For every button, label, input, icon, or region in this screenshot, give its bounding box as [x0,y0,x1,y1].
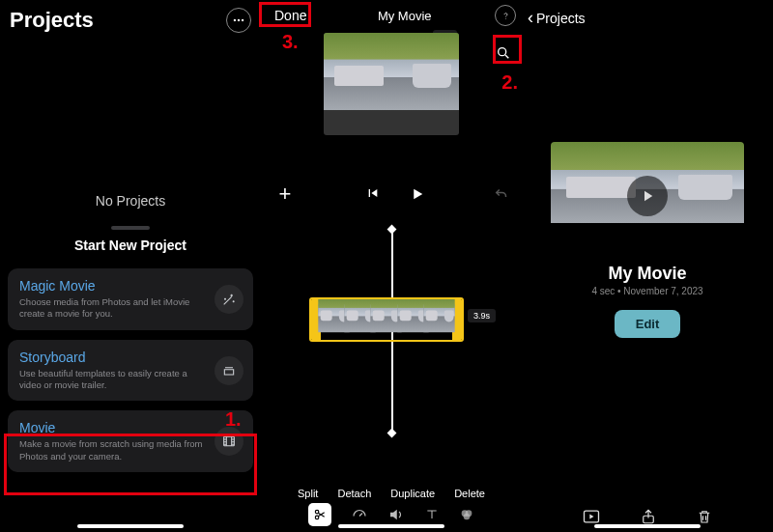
play-icon[interactable] [409,185,426,203]
card-desc: Choose media from Photos and let iMovie … [19,296,207,321]
svg-point-0 [234,19,236,21]
project-option-movie[interactable]: Movie Make a movie from scratch using me… [8,410,253,472]
svg-point-5 [499,48,506,56]
toolbar [261,503,522,526]
back-to-projects[interactable]: ‹ Projects [522,0,773,36]
zoom-icon[interactable] [491,41,516,66]
undo-icon[interactable] [493,185,510,203]
project-detail-screen: ‹ Projects My Movie 4 sec • November 7, … [522,0,773,532]
magic-wand-icon [215,285,243,314]
annotation-number-2: 2. [501,71,518,94]
chevron-left-icon: ‹ [528,8,533,28]
bottom-actions [522,507,773,526]
edit-button[interactable]: Edit [615,310,681,338]
speed-icon[interactable] [351,506,368,523]
sheet-title: Start New Project [0,238,261,253]
projects-list-screen: Projects No Projects Start New Project M… [0,0,261,532]
card-desc: Make a movie from scratch using media fr… [19,438,207,462]
card-title: Movie [19,420,207,435]
svg-point-10 [464,514,471,520]
project-option-magic-movie[interactable]: Magic Movie Choose media from Photos and… [8,268,253,330]
page-title: Projects [10,8,94,33]
play-icon [627,176,668,216]
play-overlay[interactable] [551,142,744,250]
volume-icon[interactable] [387,506,405,523]
storyboard-icon [215,356,243,385]
delete-button[interactable]: Delete [454,488,485,499]
card-desc: Use beautiful templates to easily create… [19,368,207,392]
clip-length-label: 3.9s [468,309,496,322]
no-projects-label: No Projects [0,193,261,209]
share-icon[interactable] [640,507,657,526]
text-icon[interactable] [424,507,440,522]
home-indicator [338,524,444,528]
play-rect-icon[interactable] [582,507,601,526]
video-clip[interactable] [309,297,464,342]
home-indicator [594,524,701,528]
done-button[interactable]: Done [267,5,314,26]
movie-title: My Movie [522,264,773,284]
preview-frame [324,33,459,135]
clip-ops-row: Split Detach Duplicate Delete [261,488,522,499]
sheet-grabber[interactable] [111,226,150,230]
scissors-icon[interactable] [308,503,331,526]
back-label: Projects [536,11,586,26]
film-icon [215,427,243,456]
timeline[interactable]: 3.9s [261,234,522,446]
project-option-storyboard[interactable]: Storyboard Use beautiful templates to ea… [8,340,253,402]
svg-point-4 [505,17,506,18]
card-title: Magic Movie [19,278,207,294]
movie-subtitle: 4 sec • November 7, 2023 [522,286,773,296]
skip-start-icon[interactable] [364,185,380,203]
home-indicator [77,524,184,528]
help-icon[interactable] [495,5,516,26]
card-title: Storyboard [19,350,207,365]
editor-screen: Done My Movie 3. 2. 3.9s + [261,0,522,532]
annotation-number-3: 3. [282,31,299,53]
add-media-button[interactable]: + [272,182,298,207]
filters-icon[interactable] [459,507,474,522]
split-button[interactable]: Split [298,488,318,499]
svg-point-1 [238,19,240,21]
video-preview[interactable]: 3.9s [324,33,459,145]
trash-icon[interactable] [696,507,713,526]
movie-title: My Movie [314,9,495,23]
more-icon[interactable] [226,8,251,33]
detach-button[interactable]: Detach [337,488,371,499]
svg-point-2 [242,19,243,21]
duplicate-button[interactable]: Duplicate [390,488,435,499]
project-thumbnail[interactable] [551,142,744,250]
